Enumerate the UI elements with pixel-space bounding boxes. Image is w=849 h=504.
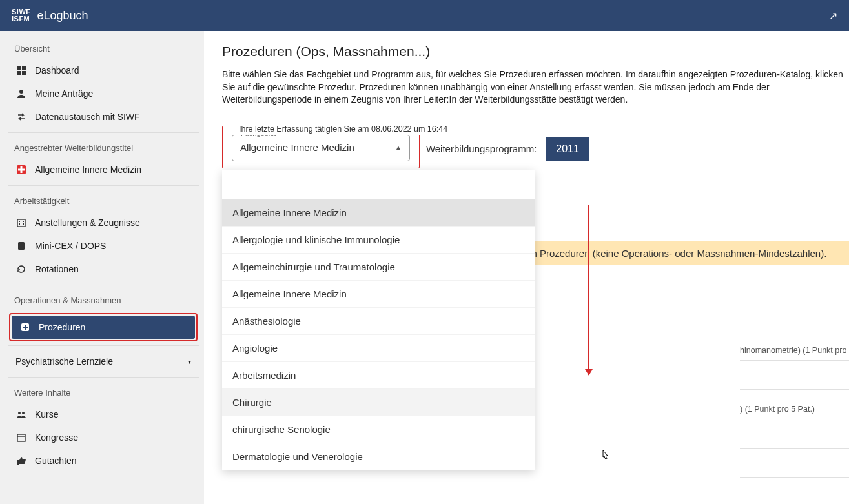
divider <box>8 185 199 186</box>
dropdown-option[interactable]: Angiologie <box>222 334 535 361</box>
sidebar-item-expert[interactable]: Gutachten <box>8 449 199 472</box>
annotation-arrow <box>588 205 589 375</box>
building-icon <box>15 217 27 228</box>
sidebar-item-label: Datenaustausch mit SIWF <box>35 112 140 122</box>
sidebar-item-congress[interactable]: Kongresse <box>8 426 199 449</box>
sidebar-item-requests[interactable]: Meine Anträge <box>8 82 199 105</box>
fachgebiet-dropdown[interactable]: Allgemeine Innere MedizinAllergologie un… <box>222 170 535 470</box>
book-icon <box>15 241 27 251</box>
detail-line: ) (1 Punkt pro 5 Pat.) <box>740 405 815 414</box>
sidebar-section-more: Weitere Inhalte <box>8 381 199 403</box>
svg-rect-8 <box>17 219 25 227</box>
row-divider <box>740 448 849 449</box>
dashboard-icon <box>15 65 27 76</box>
sidebar-item-label: Mini-CEX / DOPS <box>35 241 106 251</box>
sidebar-item-label: Kongresse <box>35 432 78 443</box>
sidebar-item-target-title[interactable]: Allgemeine Innere Medizin <box>8 158 199 181</box>
svg-point-4 <box>19 90 23 94</box>
dropdown-option[interactable]: Chirurgie <box>222 388 535 416</box>
dropdown-option[interactable]: Anästhesiologie <box>222 307 535 334</box>
detail-line: hinomanometrie) (1 Punkt pro 10 Pat.) <box>740 346 849 355</box>
divider <box>8 132 199 133</box>
sidebar-item-label: Rotationen <box>35 264 79 274</box>
program-label: Weiterbildungsprogramm: <box>426 143 537 154</box>
thumb-up-icon <box>15 456 27 466</box>
sidebar: Übersicht Dashboard Meine Anträge Datena… <box>0 31 204 504</box>
annotation-highlight-nav: Prozeduren <box>9 313 198 341</box>
cursor-icon <box>599 449 611 467</box>
fachgebiet-field: Fachgebiet Allgemeine Innere Medizin ▲ <box>232 134 410 161</box>
svg-rect-0 <box>17 66 21 70</box>
main-content: Prozeduren (Ops, Massnahmen...) Bitte wä… <box>204 31 849 504</box>
svg-rect-1 <box>22 66 26 70</box>
sidebar-item-label: Psychiatrische Lernziele <box>15 356 113 367</box>
divider <box>8 345 199 346</box>
dropdown-option[interactable]: Allgemeine Innere Medizin <box>222 199 535 226</box>
svg-rect-7 <box>18 169 25 171</box>
svg-point-17 <box>18 412 21 414</box>
svg-rect-3 <box>22 71 26 75</box>
sidebar-item-exchange[interactable]: Datenaustausch mit SIWF <box>8 105 199 128</box>
person-icon <box>15 88 27 99</box>
svg-rect-12 <box>23 223 24 225</box>
sidebar-item-procedures[interactable]: Prozeduren <box>12 316 195 339</box>
svg-rect-2 <box>17 71 21 75</box>
svg-point-18 <box>22 412 25 414</box>
group-icon <box>15 409 27 419</box>
sidebar-item-label: Anstellungen & Zeugnisse <box>35 217 140 228</box>
program-pill[interactable]: 2011 <box>546 137 589 161</box>
svg-rect-10 <box>23 221 24 222</box>
dropdown-search-area[interactable] <box>222 170 535 199</box>
sidebar-item-label: Kurse <box>35 409 59 419</box>
dropdown-option[interactable]: chirurgische Senologie <box>222 416 535 443</box>
sidebar-item-label: Meine Anträge <box>35 88 93 99</box>
expand-icon[interactable]: ↗ <box>829 10 837 22</box>
dropdown-option[interactable]: Allgemeinchirurgie und Traumatologie <box>222 253 535 280</box>
sidebar-item-label: Dashboard <box>35 65 79 76</box>
svg-rect-16 <box>23 327 28 328</box>
sidebar-section-overview: Übersicht <box>8 37 199 59</box>
svg-rect-13 <box>18 242 25 250</box>
row-divider <box>740 419 849 419</box>
sidebar-section-ops: Operationen & Massnahmen <box>8 289 199 310</box>
svg-rect-11 <box>19 223 20 225</box>
sidebar-item-label: Gutachten <box>35 456 77 466</box>
brand: SIWF ISFM eLogbuch <box>12 8 88 23</box>
last-capture-hint: Ihre letzte Erfassung tätigten Sie am 08… <box>232 123 454 135</box>
medical-cross-icon <box>15 165 27 175</box>
dropdown-option[interactable]: Allgemeine Innere Medizin <box>222 280 535 307</box>
chevron-up-icon: ▲ <box>395 144 402 151</box>
exchange-icon <box>15 112 27 122</box>
sidebar-item-minicex[interactable]: Mini-CEX / DOPS <box>8 234 199 257</box>
page-title: Prozeduren (Ops, Massnahmen...) <box>222 44 849 59</box>
brand-org-bot: ISFM <box>12 15 31 23</box>
select-value: Allgemeine Innere Medizin <box>240 142 354 153</box>
brand-logo: SIWF ISFM <box>12 8 31 23</box>
intro-text: Bitte wählen Sie das Fachgebiet und Prog… <box>222 68 849 106</box>
divider <box>8 377 199 378</box>
sidebar-item-employments[interactable]: Anstellungen & Zeugnisse <box>8 211 199 234</box>
sidebar-item-rotations[interactable]: Rotationen <box>8 257 199 281</box>
row-divider <box>740 360 849 361</box>
row-divider <box>740 389 849 390</box>
topbar: SIWF ISFM eLogbuch ↗ <box>0 0 849 31</box>
plus-icon <box>19 322 31 332</box>
divider <box>8 285 199 285</box>
dropdown-option[interactable]: Dermatologie und Venerologie <box>222 443 535 470</box>
app-name: eLogbuch <box>37 9 88 23</box>
dropdown-option[interactable]: Allergologie und klinische Immunologie <box>222 226 535 253</box>
sidebar-item-label: Prozeduren <box>39 322 85 332</box>
chevron-down-icon: ▾ <box>188 358 191 365</box>
dropdown-option[interactable]: Arbeitsmedizin <box>222 361 535 388</box>
sidebar-item-dashboard[interactable]: Dashboard <box>8 59 199 82</box>
rotate-icon <box>15 264 27 274</box>
sidebar-item-psych[interactable]: Psychiatrische Lernziele ▾ <box>8 350 199 373</box>
calendar-icon <box>15 432 27 443</box>
svg-rect-19 <box>17 434 25 441</box>
fachgebiet-select[interactable]: Allgemeine Innere Medizin ▲ <box>232 134 410 161</box>
sidebar-section-title: Angestrebter Weiterbildungstitel <box>8 137 199 158</box>
sidebar-section-work: Arbeitstätigkeit <box>8 190 199 211</box>
sidebar-item-courses[interactable]: Kurse <box>8 403 199 426</box>
row-divider <box>740 477 849 478</box>
sidebar-item-label: Allgemeine Innere Medizin <box>35 165 141 175</box>
